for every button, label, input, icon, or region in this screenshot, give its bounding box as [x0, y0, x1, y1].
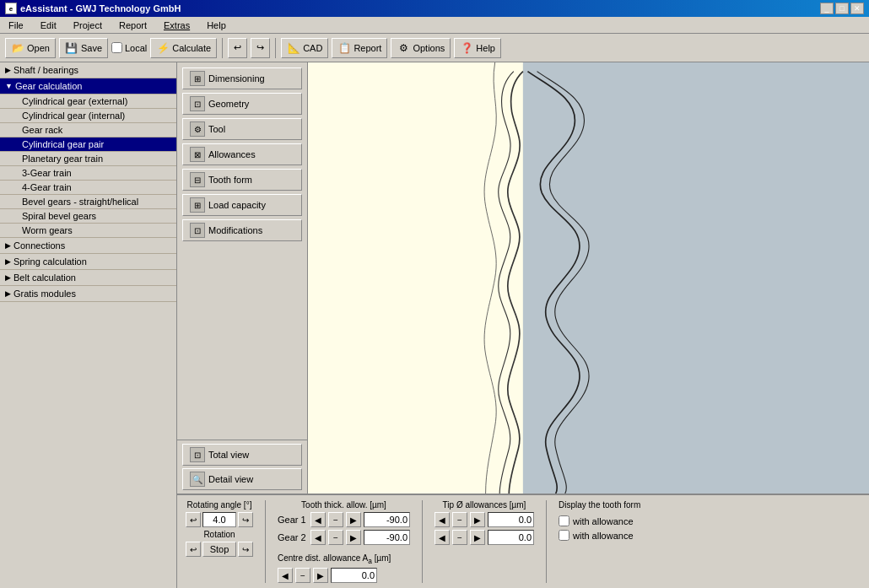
- sidebar-item-3gear[interactable]: 3-Gear train: [0, 166, 176, 181]
- allowance2-checkbox[interactable]: [559, 530, 569, 541]
- menu-file[interactable]: File: [3, 19, 29, 31]
- sidebar-item-cyl-int[interactable]: Cylindrical gear (internal): [0, 109, 176, 123]
- centre-dist-controls: ◀ − ▶: [278, 568, 410, 583]
- divider-3: [546, 500, 547, 583]
- rotate-left-button[interactable]: ↩: [186, 512, 201, 527]
- menu-extras[interactable]: Extras: [159, 19, 195, 31]
- calculate-button[interactable]: ⚡ Calculate: [150, 38, 217, 58]
- total-view-icon: ⊡: [190, 447, 205, 462]
- main-layout: ▶ Shaft / bearings ▼ Gear calculation Cy…: [0, 62, 869, 588]
- menu-report[interactable]: Report: [114, 19, 152, 31]
- allowance2-label: with allowance: [573, 531, 634, 541]
- cad-button[interactable]: 📐 CAD: [281, 38, 328, 58]
- load-capacity-button[interactable]: ⊞ Load capacity: [182, 194, 302, 216]
- local-checkbox-group: Local: [111, 42, 147, 53]
- tooth-thick-label: Tooth thick. allow. [µm]: [278, 500, 410, 510]
- centre-left-button[interactable]: ◀: [278, 568, 293, 583]
- tip2-right-button[interactable]: ▶: [470, 530, 485, 545]
- sidebar-item-spiral[interactable]: Spiral bevel gears: [0, 209, 176, 224]
- sidebar-group-connections[interactable]: ▶ Connections: [0, 238, 176, 254]
- sidebar-item-4gear[interactable]: 4-Gear train: [0, 181, 176, 195]
- sidebar-item-cyl-pair[interactable]: Cylindrical gear pair: [0, 138, 176, 152]
- display-label: Display the tooth form: [559, 500, 640, 510]
- help-button[interactable]: ❓ Help: [454, 38, 501, 58]
- stop-button[interactable]: Stop: [202, 542, 236, 557]
- tooth-form-button[interactable]: ⊟ Tooth form: [182, 169, 302, 191]
- modifications-button[interactable]: ⊡ Modifications: [182, 219, 302, 241]
- tip-gear2-row: ◀ − ▶: [434, 530, 534, 545]
- view-buttons: ⊡ Total view 🔍 Detail view: [177, 440, 307, 494]
- tip1-right-button[interactable]: ▶: [470, 512, 485, 527]
- centre-dist-label: Centre dist. allowance Aa [µm]: [278, 553, 391, 565]
- centre-dist-input[interactable]: [331, 568, 377, 583]
- tip2-left-button[interactable]: ◀: [434, 530, 450, 545]
- rotating-angle-input[interactable]: [202, 512, 236, 527]
- tip1-left-button[interactable]: ◀: [434, 512, 450, 527]
- minimize-button[interactable]: _: [820, 3, 834, 14]
- rotation-back-button[interactable]: ↩: [186, 542, 201, 557]
- gear2-label: Gear 2: [278, 532, 308, 542]
- modifications-icon: ⊡: [190, 223, 205, 238]
- sidebar-group-gratis[interactable]: ▶ Gratis modules: [0, 286, 176, 302]
- rotation-fwd-button[interactable]: ↪: [238, 542, 253, 557]
- sidebar-item-cyl-ext[interactable]: Cylindrical gear (external): [0, 94, 176, 109]
- gear1-tooth-input[interactable]: [364, 512, 410, 527]
- dimensioning-button[interactable]: ⊞ Dimensioning: [182, 67, 302, 89]
- gear1-tooth-minus-button[interactable]: −: [328, 512, 343, 527]
- window-controls[interactable]: _ □ ✕: [820, 3, 864, 14]
- tool-button[interactable]: ⚙ Tool: [182, 118, 302, 140]
- allowance1-checkbox[interactable]: [559, 515, 569, 526]
- undo-button[interactable]: ↩: [228, 38, 247, 58]
- options-button[interactable]: ⚙ Options: [391, 38, 451, 58]
- menu-edit[interactable]: Edit: [35, 19, 62, 31]
- geometry-icon: ⊡: [190, 96, 205, 111]
- sidebar-group-belt[interactable]: ▶ Belt calculation: [0, 270, 176, 286]
- tip2-minus-button[interactable]: −: [452, 530, 467, 545]
- total-view-button[interactable]: ⊡ Total view: [182, 444, 302, 466]
- tip1-minus-button[interactable]: −: [452, 512, 467, 527]
- gear1-tooth-right-button[interactable]: ▶: [346, 512, 361, 527]
- sidebar-item-gear-rack[interactable]: Gear rack: [0, 123, 176, 138]
- close-button[interactable]: ✕: [850, 3, 864, 14]
- centre-right-button[interactable]: ▶: [313, 568, 328, 583]
- sidebar-group-shaft-label: Shaft / bearings: [13, 65, 78, 75]
- panel-buttons: ⊞ Dimensioning ⊡ Geometry ⚙ Tool ⊠ Allow…: [177, 62, 307, 440]
- local-checkbox[interactable]: [111, 42, 122, 53]
- rotate-right-button[interactable]: ↪: [238, 512, 253, 527]
- allowance2-row: with allowance: [559, 530, 640, 541]
- tip2-input[interactable]: [488, 530, 534, 545]
- open-button[interactable]: 📂 Open: [5, 38, 56, 58]
- allowances-button[interactable]: ⊠ Allowances: [182, 143, 302, 165]
- sidebar-group-spring[interactable]: ▶ Spring calculation: [0, 254, 176, 270]
- sidebar-group-shaft[interactable]: ▶ Shaft / bearings: [0, 62, 176, 78]
- save-button[interactable]: 💾 Save: [59, 38, 108, 58]
- redo-button[interactable]: ↪: [251, 38, 270, 58]
- separator-1: [222, 38, 223, 58]
- load-capacity-icon: ⊞: [190, 197, 205, 213]
- sidebar-group-belt-label: Belt calculation: [13, 272, 76, 283]
- gear2-tooth-input[interactable]: [364, 530, 410, 545]
- menu-project[interactable]: Project: [68, 19, 107, 31]
- rotation-label: Rotation: [186, 530, 253, 539]
- menu-help[interactable]: Help: [202, 19, 231, 31]
- detail-view-button[interactable]: 🔍 Detail view: [182, 468, 302, 490]
- sidebar-item-worm[interactable]: Worm gears: [0, 224, 176, 238]
- maximize-button[interactable]: □: [835, 3, 849, 14]
- report-button[interactable]: 📋 Report: [332, 38, 387, 58]
- centre-minus-button[interactable]: −: [295, 568, 310, 583]
- gear1-tooth-left-button[interactable]: ◀: [310, 512, 326, 527]
- gear2-tooth-left-button[interactable]: ◀: [310, 530, 326, 545]
- arrow-icon-connections: ▶: [5, 241, 11, 250]
- gear2-tooth-right-button[interactable]: ▶: [346, 530, 361, 545]
- arrow-icon: ▶: [5, 66, 11, 74]
- tooth-form-canvas: [308, 62, 869, 494]
- sidebar-item-bevel[interactable]: Bevel gears - straight/helical: [0, 195, 176, 209]
- sidebar-item-planetary[interactable]: Planetary gear train: [0, 152, 176, 166]
- geometry-button[interactable]: ⊡ Geometry: [182, 93, 302, 115]
- allowance1-row: with allowance: [559, 515, 640, 526]
- tip1-input[interactable]: [488, 512, 534, 527]
- separator-2: [275, 38, 276, 58]
- gear2-tooth-minus-button[interactable]: −: [328, 530, 343, 545]
- sidebar-group-gear[interactable]: ▼ Gear calculation: [0, 78, 176, 94]
- report-icon: 📋: [337, 41, 351, 55]
